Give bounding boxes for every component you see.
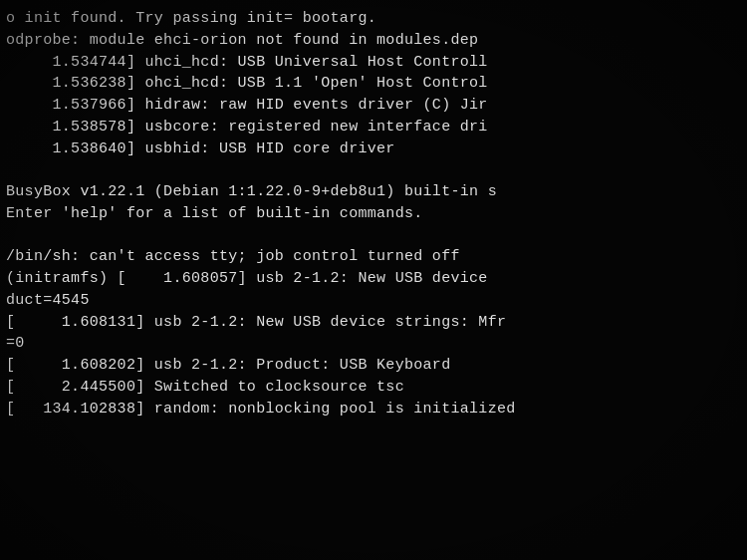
terminal-line: 1.536238] ohci_hcd: USB 1.1 'Open' Host … [6,73,741,95]
terminal-empty-line [6,225,741,247]
terminal-line: [ 1.608202] usb 2-1.2: Product: USB Keyb… [6,355,741,377]
terminal-line: 1.537966] hidraw: raw HID events driver … [6,95,741,117]
terminal-line: 1.538578] usbcore: registered new interf… [6,117,741,139]
terminal-empty-line [6,159,741,181]
terminal-line: o init found. Try passing init= bootarg. [6,8,741,30]
terminal-line: duct=4545 [6,290,741,312]
terminal-screen: o init found. Try passing init= bootarg.… [0,0,747,560]
terminal-line: =0 [6,333,741,355]
terminal-line: [ 2.445500] Switched to clocksource tsc [6,377,741,399]
terminal-line: [ 134.102838] random: nonblocking pool i… [6,399,741,420]
terminal-line: BusyBox v1.22.1 (Debian 1:1.22.0-9+deb8u… [6,181,741,203]
terminal-line: (initramfs) [ 1.608057] usb 2-1.2: New U… [6,268,741,290]
terminal-line: [ 1.608131] usb 2-1.2: New USB device st… [6,312,741,334]
terminal-line: 1.538640] usbhid: USB HID core driver [6,139,741,160]
terminal-line: Enter 'help' for a list of built-in comm… [6,203,741,225]
terminal-line: 1.534744] uhci_hcd: USB Universal Host C… [6,52,741,74]
terminal-line: odprobe: module ehci-orion not found in … [6,30,741,52]
terminal-line: /bin/sh: can't access tty; job control t… [6,246,741,268]
